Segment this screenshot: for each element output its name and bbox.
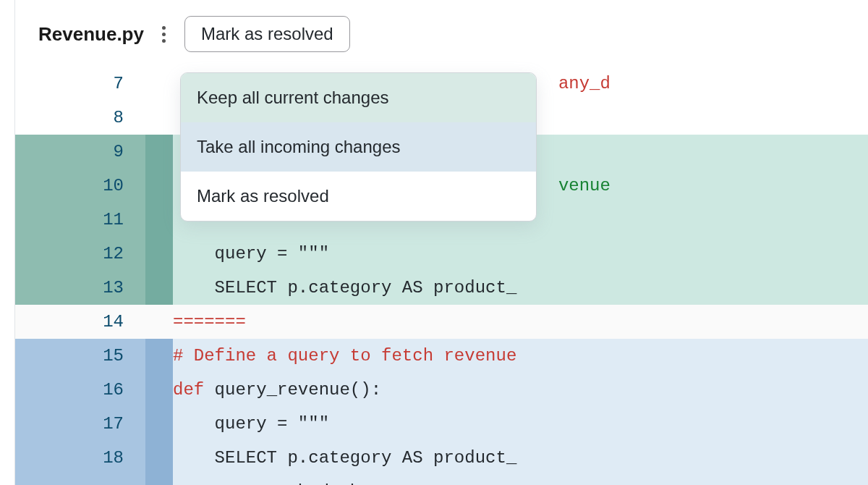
- gutter-marker: [145, 373, 173, 407]
- line-number: 8: [15, 101, 145, 135]
- code-line: 19 >>>>>>> Stashed changes: [15, 475, 868, 485]
- code-line: 17 query = """: [15, 407, 868, 441]
- code-content[interactable]: def query_revenue():: [173, 373, 868, 407]
- line-number: 19: [15, 475, 145, 485]
- gutter-marker: [145, 407, 173, 441]
- code-content[interactable]: >>>>>>> Stashed changes: [173, 475, 868, 485]
- menu-mark-resolved[interactable]: Mark as resolved: [181, 172, 536, 221]
- file-diff-container: Revenue.py Mark as resolved 7 xxxxxxxxxx…: [14, 0, 868, 485]
- line-number: 11: [15, 203, 145, 237]
- line-number: 10: [15, 169, 145, 203]
- gutter-marker: [145, 305, 173, 339]
- line-number: 18: [15, 441, 145, 475]
- gutter-marker: [145, 441, 173, 475]
- line-number: 17: [15, 407, 145, 441]
- code-content[interactable]: query = """: [173, 407, 868, 441]
- code-content[interactable]: =======: [173, 305, 868, 339]
- line-number: 9: [15, 135, 145, 169]
- kebab-menu-icon[interactable]: [157, 24, 171, 44]
- line-number: 13: [15, 271, 145, 305]
- code-content[interactable]: SELECT p.category AS product_: [173, 271, 868, 305]
- gutter-marker: [145, 339, 173, 373]
- gutter-marker: [145, 203, 173, 237]
- line-number: 12: [15, 237, 145, 271]
- line-number: 15: [15, 339, 145, 373]
- menu-take-incoming[interactable]: Take all incoming changes: [181, 122, 536, 172]
- file-header: Revenue.py Mark as resolved: [15, 7, 868, 67]
- line-number: 14: [15, 305, 145, 339]
- code-line: 16 def query_revenue():: [15, 373, 868, 407]
- gutter-marker: [145, 271, 173, 305]
- filename: Revenue.py: [38, 23, 144, 46]
- line-number: 16: [15, 373, 145, 407]
- code-content[interactable]: query = """: [173, 237, 868, 271]
- gutter-marker: [145, 101, 173, 135]
- menu-keep-current[interactable]: Keep all current changes: [181, 73, 536, 122]
- code-content[interactable]: SELECT p.category AS product_: [173, 441, 868, 475]
- code-line: 15 # Define a query to fetch revenue: [15, 339, 868, 373]
- gutter-marker: [145, 67, 173, 101]
- code-line: 18 SELECT p.category AS product_: [15, 441, 868, 475]
- gutter-marker: [145, 135, 173, 169]
- conflict-actions-menu: Keep all current changes Take all incomi…: [180, 72, 537, 222]
- gutter-marker: [145, 475, 173, 485]
- gutter-marker: [145, 237, 173, 271]
- line-number: 7: [15, 67, 145, 101]
- code-line: 12 query = """: [15, 237, 868, 271]
- code-content[interactable]: # Define a query to fetch revenue: [173, 339, 868, 373]
- code-line: 13 SELECT p.category AS product_: [15, 271, 868, 305]
- gutter-marker: [145, 169, 173, 203]
- code-line: 14 =======: [15, 305, 868, 339]
- mark-resolved-button[interactable]: Mark as resolved: [184, 16, 350, 52]
